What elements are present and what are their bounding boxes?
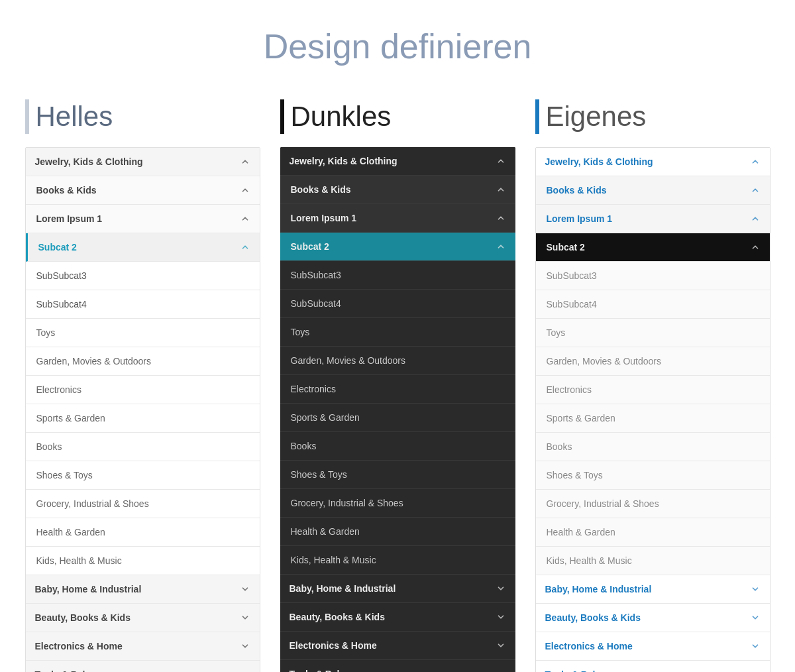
menu-item[interactable]: Electronics <box>536 376 770 404</box>
menu-item[interactable]: Grocery, Industrial & Shoes <box>26 490 260 518</box>
menu-item[interactable]: Shoes & Toys <box>26 461 260 490</box>
menu-item-label: SubSubcat4 <box>547 299 761 309</box>
menu-item-label: Electronics <box>547 384 761 395</box>
menu-item[interactable]: Electronics & Home <box>536 632 770 661</box>
menu-item-label: Books <box>547 441 761 452</box>
menu-item[interactable]: Books <box>280 432 515 461</box>
menu-item[interactable]: Kids, Health & Music <box>536 547 770 575</box>
menu-item[interactable]: SubSubcat3 <box>536 262 770 290</box>
menu-item-label: Books <box>36 441 250 452</box>
chevron-up-icon <box>750 156 761 167</box>
menu-item[interactable]: Books & Kids <box>26 176 260 205</box>
chevron-down-icon <box>240 612 250 623</box>
menu-item-label: Subcat 2 <box>547 242 750 252</box>
menu-item[interactable]: Kids, Health & Music <box>26 547 260 575</box>
menu-item[interactable]: Tools & Baby <box>26 661 260 672</box>
menu-item[interactable]: Subcat 2 <box>280 233 515 261</box>
menu-item-label: Sports & Garden <box>291 412 506 423</box>
menu-item[interactable]: Grocery, Industrial & Shoes <box>280 489 515 518</box>
menu-item[interactable]: SubSubcat4 <box>536 290 770 319</box>
menu-item[interactable]: Garden, Movies & Outdoors <box>280 347 515 375</box>
menu-item[interactable]: Subcat 2 <box>536 233 770 262</box>
menu-item[interactable]: Electronics <box>26 376 260 404</box>
menu-item[interactable]: Baby, Home & Industrial <box>280 575 515 603</box>
menu-item-label: Sports & Garden <box>36 413 250 423</box>
menu-item[interactable]: Electronics & Home <box>26 632 260 661</box>
menu-item[interactable]: Sports & Garden <box>280 404 515 432</box>
menu-item[interactable]: Books & Kids <box>536 176 770 205</box>
menu-item[interactable]: Beauty, Books & Kids <box>280 603 515 632</box>
title-bar <box>535 99 539 134</box>
menu-item[interactable]: Jewelry, Kids & Clothing <box>280 147 515 176</box>
menu-item-label: Lorem Ipsum 1 <box>291 213 496 223</box>
menu-item[interactable]: Kids, Health & Music <box>280 546 515 575</box>
menu-item[interactable]: Shoes & Toys <box>280 461 515 489</box>
menu-item[interactable]: SubSubcat3 <box>280 261 515 290</box>
menu-item[interactable]: Health & Garden <box>280 518 515 546</box>
menu-item[interactable]: Beauty, Books & Kids <box>536 604 770 632</box>
menu-item-label: Beauty, Books & Kids <box>35 612 240 623</box>
menu-item[interactable]: Baby, Home & Industrial <box>26 575 260 604</box>
menu-item[interactable]: Sports & Garden <box>26 404 260 433</box>
chevron-up-icon <box>240 156 250 167</box>
menu-item-label: Toys <box>36 327 250 338</box>
page-title: Design definieren <box>0 0 795 99</box>
menu-item-label: Toys <box>547 327 761 338</box>
menu-item[interactable]: Beauty, Books & Kids <box>26 604 260 632</box>
menu-item[interactable]: Electronics & Home <box>280 632 515 660</box>
menu-item-label: Garden, Movies & Outdoors <box>36 356 250 366</box>
menu-item[interactable]: Garden, Movies & Outdoors <box>26 347 260 376</box>
menu-item-label: Jewelry, Kids & Clothing <box>35 156 240 167</box>
menu-item[interactable]: Tools & Baby <box>536 661 770 672</box>
menu-item[interactable]: Grocery, Industrial & Shoes <box>536 490 770 518</box>
menu-item-label: Subcat 2 <box>291 241 496 252</box>
menu-item[interactable]: Electronics <box>280 375 515 404</box>
menu-item-label: Electronics & Home <box>545 641 750 651</box>
menu-item-label: Lorem Ipsum 1 <box>547 213 750 224</box>
menu-item[interactable]: Health & Garden <box>26 518 260 547</box>
menu-item[interactable]: Books <box>536 433 770 461</box>
menu-item[interactable]: Books & Kids <box>280 176 515 204</box>
menu-item[interactable]: Health & Garden <box>536 518 770 547</box>
chevron-up-icon <box>496 184 506 195</box>
menu-item[interactable]: Toys <box>280 318 515 347</box>
column-title-dark: Dunkles <box>280 99 515 134</box>
menu-item-label: Beauty, Books & Kids <box>290 612 496 622</box>
menu-item[interactable]: Toys <box>26 319 260 347</box>
menu-item[interactable]: SubSubcat4 <box>280 290 515 318</box>
menu-item[interactable]: Books <box>26 433 260 461</box>
theme-label: Dunkles <box>291 101 392 133</box>
menu-item-label: Shoes & Toys <box>36 470 250 480</box>
menu-item[interactable]: Lorem Ipsum 1 <box>26 205 260 233</box>
menu-item-label: Grocery, Industrial & Shoes <box>291 498 506 508</box>
theme-label: Eigenes <box>546 101 647 133</box>
menu-item[interactable]: Baby, Home & Industrial <box>536 575 770 604</box>
chevron-down-icon <box>240 641 250 651</box>
menu-item-label: Tools & Baby <box>35 669 240 672</box>
menu-item-label: Books <box>291 441 506 451</box>
menu-item-label: Baby, Home & Industrial <box>545 584 750 594</box>
menu-item-label: Books & Kids <box>547 185 750 196</box>
menu-item[interactable]: Lorem Ipsum 1 <box>280 204 515 233</box>
menu-item-label: Books & Kids <box>36 185 240 196</box>
menu-item[interactable]: Lorem Ipsum 1 <box>536 205 770 233</box>
menu-item[interactable]: SubSubcat3 <box>26 262 260 290</box>
menu-item-label: SubSubcat4 <box>36 299 250 309</box>
chevron-up-icon <box>240 185 250 196</box>
chevron-up-icon <box>496 156 506 166</box>
menu-item[interactable]: Sports & Garden <box>536 404 770 433</box>
menu-item-label: SubSubcat3 <box>547 270 761 281</box>
menu-item[interactable]: Toys <box>536 319 770 347</box>
menu-item[interactable]: Jewelry, Kids & Clothing <box>26 148 260 176</box>
chevron-up-icon <box>750 242 761 252</box>
menu-item-label: Electronics <box>291 384 506 394</box>
menu-item[interactable]: SubSubcat4 <box>26 290 260 319</box>
menu-item[interactable]: Shoes & Toys <box>536 461 770 490</box>
menu-item[interactable]: Garden, Movies & Outdoors <box>536 347 770 376</box>
menu-custom: Jewelry, Kids & ClothingBooks & KidsLore… <box>535 147 770 672</box>
menu-item-label: SubSubcat3 <box>291 270 506 280</box>
menu-item[interactable]: Tools & Baby <box>280 660 515 672</box>
menu-item[interactable]: Jewelry, Kids & Clothing <box>536 148 770 176</box>
chevron-down-icon <box>240 669 250 672</box>
menu-item[interactable]: Subcat 2 <box>26 233 260 262</box>
